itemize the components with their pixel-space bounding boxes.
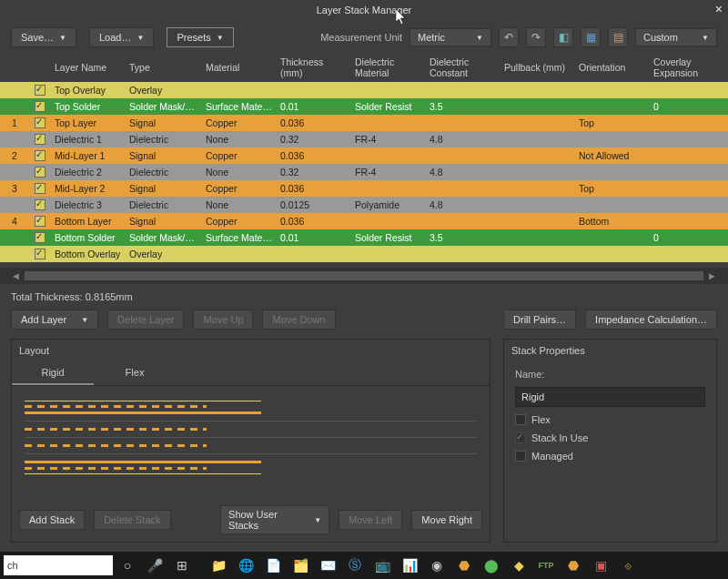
cell-layer-name[interactable]: Top Layer (51, 117, 126, 128)
save-button[interactable]: Save…▼ (11, 27, 76, 47)
app-icon[interactable]: 📺 (369, 553, 395, 578)
move-right-button[interactable]: Move Right (411, 510, 482, 530)
show-user-stacks-select[interactable]: Show User Stacks▼ (220, 505, 329, 534)
cell-layer-name[interactable]: Dielectric 1 (51, 134, 126, 145)
cell-layer-name[interactable]: Top Solder (51, 101, 126, 112)
col-dielectric-material[interactable]: Dielectric Material (351, 56, 426, 80)
cell-dielectric-constant[interactable]: 3.5 (426, 101, 500, 112)
cell-dielectric-material[interactable]: FR-4 (351, 134, 426, 145)
measurement-unit-select[interactable]: Metric▼ (410, 28, 491, 46)
close-icon[interactable]: × (715, 2, 723, 16)
row-checkbox[interactable] (29, 232, 51, 243)
cell-type[interactable]: Signal (126, 117, 202, 128)
cell-layer-name[interactable]: Mid-Layer 1 (51, 150, 126, 161)
drill-pairs-button[interactable]: Drill Pairs… (503, 310, 576, 330)
cell-type[interactable]: Signal (126, 216, 202, 227)
col-orientation[interactable]: Orientation (575, 61, 650, 76)
row-checkbox[interactable] (29, 167, 51, 178)
table-row[interactable]: Bottom SolderSolder Mask/Co...Surface Ma… (0, 229, 728, 246)
col-material[interactable]: Material (202, 61, 277, 76)
move-down-button[interactable]: Move Down (262, 310, 335, 330)
app-icon[interactable]: 🗂️ (288, 553, 313, 578)
cell-material[interactable]: Surface Material (202, 232, 277, 243)
cell-dielectric-material[interactable]: Solder Resist (351, 232, 426, 243)
cell-type[interactable]: Signal (126, 150, 202, 161)
app-icon[interactable]: ◆ (506, 553, 531, 578)
custom-select[interactable]: Custom▼ (635, 28, 717, 46)
cell-thickness[interactable]: 0.036 (277, 183, 351, 194)
cell-dielectric-material[interactable]: FR-4 (351, 167, 426, 178)
cell-layer-name[interactable]: Bottom Solder (51, 232, 126, 243)
row-checkbox[interactable] (29, 216, 51, 227)
cell-material[interactable]: Copper (202, 150, 277, 161)
col-thickness[interactable]: Thickness (mm) (277, 56, 351, 80)
managed-checkbox[interactable] (515, 451, 526, 462)
app-icon[interactable]: ⬤ (479, 553, 504, 578)
cell-dielectric-material[interactable]: Solder Resist (351, 101, 426, 112)
cell-type[interactable]: Dielectric (126, 199, 202, 210)
cell-material[interactable]: None (202, 167, 277, 178)
cell-thickness[interactable]: 0.0125 (277, 199, 351, 210)
cell-thickness[interactable]: 0.036 (277, 216, 351, 227)
row-checkbox[interactable] (29, 117, 51, 128)
cell-thickness[interactable]: 0.01 (277, 101, 351, 112)
tab-flex[interactable]: Flex (94, 361, 176, 385)
mic-icon[interactable]: 🎤 (142, 553, 167, 578)
ftp-icon[interactable]: FTP (533, 553, 559, 578)
app-icon[interactable]: 🌐 (233, 553, 258, 578)
table-row[interactable]: Dielectric 3DielectricNone0.0125Polyamid… (0, 197, 728, 213)
cell-type[interactable]: Overlay (126, 85, 202, 96)
toolbar-icon-1[interactable]: ◧ (553, 27, 573, 47)
cell-type[interactable]: Dielectric (126, 134, 202, 145)
cortana-icon[interactable]: ○ (115, 553, 140, 578)
cell-layer-name[interactable]: Top Overlay (51, 85, 126, 96)
cell-material[interactable]: None (202, 134, 277, 145)
cell-dielectric-constant[interactable]: 4.8 (426, 167, 500, 178)
load-button[interactable]: Load…▼ (89, 27, 154, 47)
cell-material[interactable]: Surface Material (202, 101, 277, 112)
cell-thickness[interactable]: 0.01 (277, 232, 351, 243)
table-row[interactable]: Bottom OverlayOverlay (0, 246, 728, 262)
row-checkbox[interactable] (29, 85, 51, 96)
scroll-right-icon[interactable]: ► (707, 270, 717, 281)
cell-layer-name[interactable]: Mid-Layer 2 (51, 183, 126, 194)
cell-type[interactable]: Dielectric (126, 167, 202, 178)
app-icon[interactable]: 📁 (206, 553, 231, 578)
horizontal-scrollbar[interactable]: ◄ ► (0, 268, 728, 284)
cell-material[interactable]: None (202, 199, 277, 210)
row-checkbox[interactable] (29, 183, 51, 194)
cell-dielectric-constant[interactable]: 4.8 (426, 134, 500, 145)
taskbar-search[interactable]: ch (4, 555, 113, 575)
impedance-button[interactable]: Impedance Calculation… (585, 310, 717, 330)
cell-layer-name[interactable]: Dielectric 2 (51, 167, 126, 178)
col-dielectric-constant[interactable]: Dielectric Constant (426, 56, 500, 80)
move-left-button[interactable]: Move Left (339, 510, 402, 530)
cell-type[interactable]: Solder Mask/Co... (126, 232, 202, 243)
table-row[interactable]: 4Bottom LayerSignalCopper0.036Bottom (0, 213, 728, 229)
app-icon[interactable]: ▣ (588, 553, 613, 578)
altium-icon[interactable]: ⟐ (615, 553, 641, 578)
cell-type[interactable]: Overlay (126, 249, 202, 259)
table-row[interactable]: 2Mid-Layer 1SignalCopper0.036Not Allowed (0, 147, 728, 164)
cell-dielectric-material[interactable]: Polyamide (351, 199, 426, 210)
col-pullback[interactable]: Pullback (mm) (500, 61, 575, 76)
cell-orientation[interactable]: Bottom (575, 216, 650, 227)
row-checkbox[interactable] (29, 101, 51, 112)
cell-material[interactable]: Copper (202, 117, 277, 128)
cell-material[interactable]: Copper (202, 216, 277, 227)
table-row[interactable]: Top SolderSolder Mask/Co...Surface Mater… (0, 98, 728, 115)
presets-button[interactable]: Presets▼ (167, 27, 233, 47)
cell-thickness[interactable]: 0.036 (277, 150, 351, 161)
col-layer-name[interactable]: Layer Name (51, 61, 126, 76)
cell-dielectric-constant[interactable]: 3.5 (426, 232, 500, 243)
task-view-icon[interactable]: ⊞ (169, 553, 195, 578)
undo-icon[interactable]: ↶ (499, 27, 519, 47)
flex-checkbox[interactable] (515, 414, 526, 425)
tab-rigid[interactable]: Rigid (12, 361, 94, 385)
chrome-icon[interactable]: ◉ (424, 553, 450, 578)
outlook-icon[interactable]: ✉️ (315, 553, 340, 578)
scroll-left-icon[interactable]: ◄ (11, 270, 21, 281)
table-row[interactable]: 3Mid-Layer 2SignalCopper0.036Top (0, 180, 728, 197)
cell-thickness[interactable]: 0.036 (277, 117, 351, 128)
cell-orientation[interactable]: Top (575, 183, 650, 194)
